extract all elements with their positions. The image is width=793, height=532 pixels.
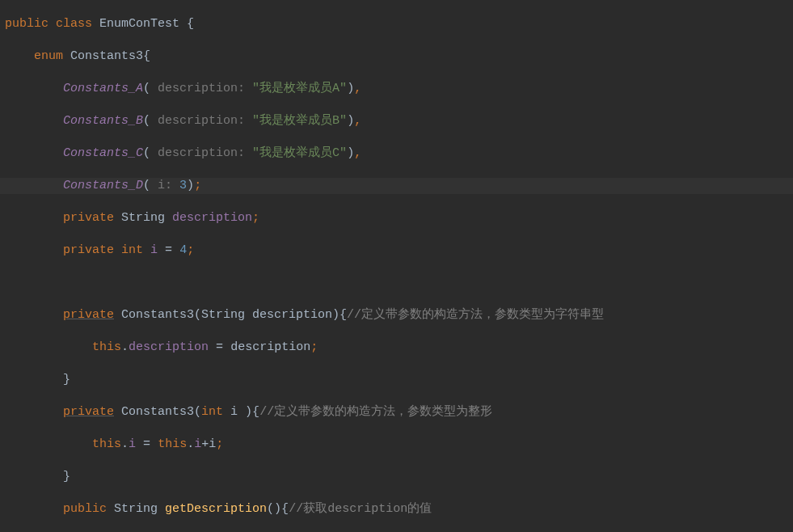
brace: } [63, 373, 70, 386]
keyword-public: public [63, 502, 107, 516]
code-line: } [0, 372, 793, 388]
number-literal: 4 [179, 243, 187, 257]
semicolon: ; [216, 437, 223, 451]
code-line: private Constants3(String description){/… [0, 307, 793, 323]
class-name: EnumConTest [99, 17, 179, 31]
keyword-public: public [5, 17, 49, 31]
code-line: private String description; [0, 210, 793, 226]
code-line: Constants_B( description: "我是枚举成员B"), [0, 113, 793, 129]
keyword-enum: enum [34, 49, 63, 63]
keyword-class: class [56, 17, 92, 31]
string-literal: "我是枚举成员A" [252, 82, 347, 95]
keyword-private: private [63, 211, 114, 225]
enum-constant: Constants_C [63, 146, 143, 160]
type: String [121, 211, 165, 225]
code-line: private int i = 4; [0, 243, 793, 259]
comma: , [354, 146, 361, 160]
semicolon: ; [187, 243, 194, 257]
semicolon: ; [310, 340, 318, 354]
code-line: Constants_C( description: "我是枚举成员C"), [0, 146, 793, 162]
dot: . [121, 340, 129, 354]
params: (String description){ [194, 308, 347, 322]
param-hint: description: [158, 114, 245, 128]
string-literal: "我是枚举成员B" [252, 114, 347, 128]
keyword-private: private [63, 405, 114, 419]
comment: //获取description的值 [289, 502, 432, 516]
enum-constant: Constants_A [63, 82, 143, 95]
semicolon: ; [194, 179, 201, 192]
param-hint: description: [158, 146, 245, 160]
keyword-int: int [201, 405, 223, 419]
code-line: public class EnumConTest { [0, 16, 793, 32]
code-line: Constants_A( description: "我是枚举成员A"), [0, 81, 793, 97]
field-name: i [194, 437, 201, 451]
variable: description [230, 340, 310, 354]
code-line-highlighted: Constants_D( i: 3); [0, 178, 793, 194]
variable: i [209, 437, 216, 451]
code-line: this.description = description; [0, 340, 793, 356]
code-line: private Constants3(int i ){//定义带参数的构造方法，… [0, 404, 793, 420]
enum-name: Constants3 [70, 49, 143, 63]
comment: //定义带参数的构造方法，参数类型为字符串型 [347, 308, 604, 322]
code-line: this.i = this.i+i; [0, 437, 793, 453]
brace: } [63, 470, 70, 483]
code-line: public String getDescription(){//获取descr… [0, 501, 793, 517]
comma: , [354, 82, 361, 95]
number-literal: 3 [179, 179, 187, 192]
enum-constant: Constants_B [63, 114, 143, 128]
code-line: enum Constants3{ [0, 49, 793, 65]
comma: , [354, 114, 361, 128]
field-name: description [172, 211, 252, 225]
keyword-this: this [158, 437, 187, 451]
code-line: } [0, 469, 793, 485]
comment: //定义带参数的构造方法，参数类型为整形 [259, 405, 492, 419]
param: i ){ [230, 405, 259, 419]
semicolon: ; [252, 211, 259, 225]
constructor-name: Constants3 [121, 308, 194, 322]
string-literal: "我是枚举成员C" [252, 146, 347, 160]
equals: = [143, 437, 150, 451]
constructor-name: Constants3 [121, 405, 194, 419]
code-editor[interactable]: public class EnumConTest { enum Constant… [0, 0, 793, 532]
plus: + [201, 437, 209, 451]
parens: (){ [267, 502, 289, 516]
type: String [114, 502, 158, 516]
field-name: i [129, 437, 136, 451]
equals: = [216, 340, 223, 354]
keyword-this: this [92, 437, 121, 451]
keyword-int: int [121, 243, 143, 257]
method-name: getDescription [165, 502, 267, 516]
paren: ( [194, 405, 201, 419]
code-line-empty [0, 275, 793, 291]
param-hint: i: [158, 179, 172, 192]
brace: { [187, 17, 194, 31]
equals: = [165, 243, 172, 257]
keyword-this: this [92, 340, 121, 354]
brace: { [143, 49, 150, 63]
keyword-private: private [63, 308, 114, 322]
enum-constant: Constants_D [63, 179, 143, 192]
param-hint: description: [158, 82, 245, 95]
keyword-private: private [63, 243, 114, 257]
field-name: description [129, 340, 209, 354]
field-name: i [150, 243, 158, 257]
dot: . [187, 437, 194, 451]
dot: . [121, 437, 129, 451]
